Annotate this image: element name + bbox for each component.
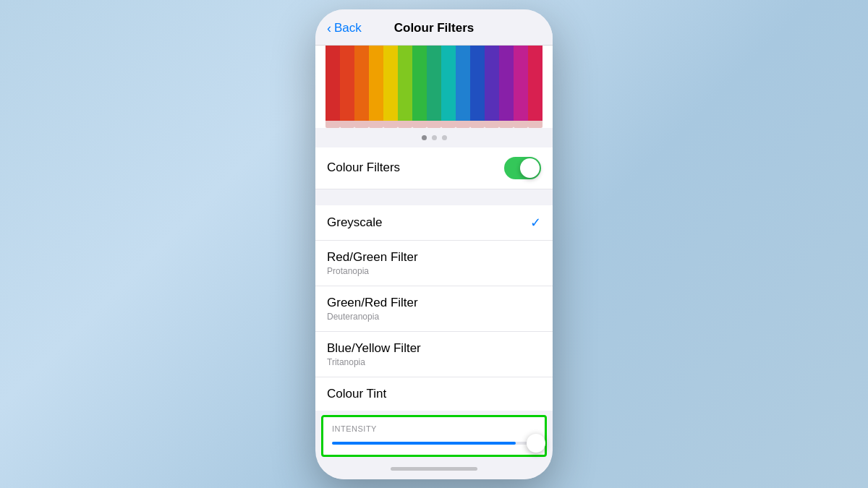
pencil-body [369,46,383,121]
pencil-eraser [398,121,412,128]
filter-content-green-red: Green/Red Filter Deuteranopia [327,296,418,322]
pencil-eraser [354,121,369,128]
slider-fill [332,442,516,445]
pencil-eraser [485,121,499,128]
chevron-left-icon: ‹ [327,21,331,36]
pencil-body [412,46,427,121]
pencil-3 [369,46,383,128]
pencil-eraser [441,121,456,128]
pencil-8 [441,46,456,128]
pencil-eraser [470,121,485,128]
pencil-eraser [456,121,470,128]
pencil-eraser [499,121,514,128]
filter-label-content: Greyscale [327,215,383,230]
colour-filters-toggle[interactable] [504,157,541,179]
pencil-body [398,46,412,121]
page-title: Colour Filters [394,21,475,35]
pencil-eraser [412,121,427,128]
page-dot-2[interactable] [432,135,437,140]
pencil-body [441,46,456,121]
filter-sublabel-protanopia: Protanopia [327,266,418,276]
home-bar [391,467,477,471]
home-indicator [315,461,553,479]
pencil-14 [528,46,542,128]
filter-option-blue-yellow[interactable]: Blue/Yellow Filter Tritanopia [315,332,553,377]
pencil-13 [514,46,528,128]
pencil-7 [427,46,441,128]
pencil-eraser [340,121,354,128]
slider-container [332,442,536,445]
intensity-label: INTENSITY [332,424,536,433]
filter-option-colour-tint[interactable]: Colour Tint [315,377,553,411]
pencil-6 [412,46,427,128]
filter-content-red-green: Red/Green Filter Protanopia [327,250,418,276]
pencil-eraser [326,121,340,128]
pencil-body [340,46,354,121]
pencil-eraser [427,121,441,128]
pencil-eraser [528,121,542,128]
filter-option-red-green[interactable]: Red/Green Filter Protanopia [315,241,553,286]
page-dot-3[interactable] [442,135,447,140]
pencil-5 [398,46,412,128]
toggle-thumb [520,158,540,178]
filter-sublabel-deuteranopia: Deuteranopia [327,312,418,322]
filter-label-blue-yellow: Blue/Yellow Filter [327,341,421,356]
pencil-body [326,46,340,121]
pencil-10 [470,46,485,128]
filter-label-green-red: Green/Red Filter [327,296,418,310]
pencil-11 [485,46,499,128]
filter-label-red-green: Red/Green Filter [327,250,418,265]
filters-list: Greyscale ✓ Red/Green Filter Protanopia … [315,205,553,411]
pencil-9 [456,46,470,128]
pencil-body [383,46,398,121]
colour-filters-label: Colour Filters [327,160,400,175]
pencil-body [528,46,542,121]
nav-bar: ‹ Back Colour Filters [315,9,553,46]
pencil-body [354,46,369,121]
pencil-1 [340,46,354,128]
pencil-eraser [369,121,383,128]
section-gap [315,189,553,205]
filter-content-colour-tint: Colour Tint [327,387,386,401]
page-dot-1[interactable] [422,135,427,140]
pencil-4 [383,46,398,128]
checkmark-icon: ✓ [530,215,541,231]
pencil-body [456,46,470,121]
pencil-eraser [514,121,528,128]
colour-filters-row: Colour Filters [315,147,553,189]
pencil-body [514,46,528,121]
pencils-illustration [315,46,553,128]
pencil-2 [354,46,369,128]
phone-container: ‹ Back Colour Filters Colour Filters Gre… [315,9,553,479]
pencil-body [499,46,514,121]
back-button[interactable]: ‹ Back [327,21,362,36]
pencils-row [315,46,553,128]
pencil-12 [499,46,514,128]
page-dots [315,128,553,147]
filter-sublabel-tritanopia: Tritanopia [327,357,421,367]
intensity-section: INTENSITY [321,415,547,457]
slider-track [332,442,536,445]
pencil-body [485,46,499,121]
pencil-eraser [383,121,398,128]
filter-option-green-red[interactable]: Green/Red Filter Deuteranopia [315,286,553,332]
filter-label-colour-tint: Colour Tint [327,387,386,401]
filter-option-greyscale[interactable]: Greyscale ✓ [315,205,553,241]
back-label: Back [334,21,362,35]
pencil-0 [326,46,340,128]
pencil-body [470,46,485,121]
filter-content-blue-yellow: Blue/Yellow Filter Tritanopia [327,341,421,367]
pencil-body [427,46,441,121]
slider-thumb[interactable] [527,434,545,453]
filter-label-greyscale: Greyscale [327,215,383,230]
